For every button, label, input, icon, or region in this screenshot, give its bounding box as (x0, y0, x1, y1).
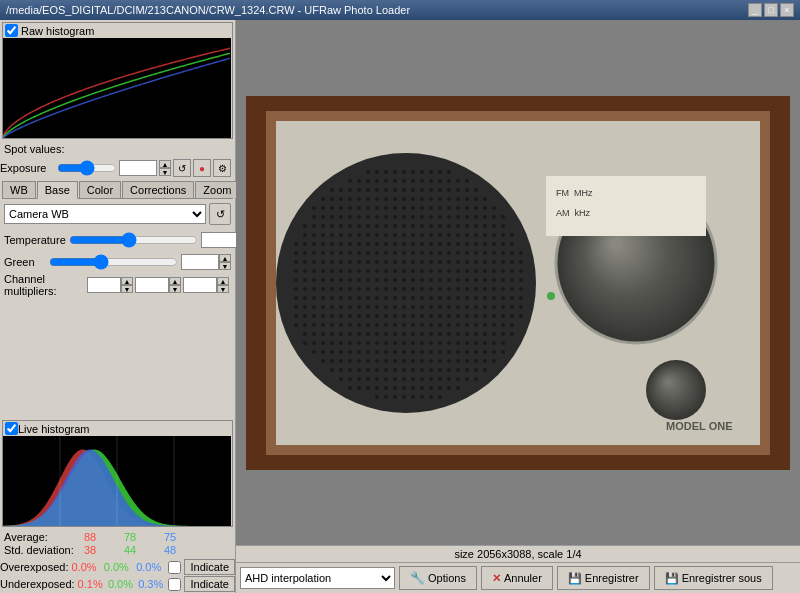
channel-g-up[interactable]: ▲ (169, 277, 181, 285)
cancel-label: Annuler (504, 572, 542, 584)
green-row: Green 1.08 ▲ ▼ (4, 254, 231, 270)
image-container[interactable] (236, 20, 800, 545)
underexposed-row: Underexposed: 0.1% 0.0% 0.3% Indicate (0, 576, 235, 592)
over-indicate-checkbox[interactable] (168, 561, 181, 574)
tab-base[interactable]: Base (37, 181, 78, 199)
channel-label: Channel multipliers: (4, 273, 87, 297)
under-b: 0.3% (138, 578, 165, 590)
channel-r-up[interactable]: ▲ (121, 277, 133, 285)
temperature-slider[interactable] (69, 232, 198, 248)
close-button[interactable]: × (780, 3, 794, 17)
wrench-icon: 🔧 (410, 571, 425, 585)
green-down[interactable]: ▼ (219, 262, 231, 270)
std-g: 44 (124, 544, 164, 556)
underexposed-label: Underexposed: (0, 578, 75, 590)
average-label: Average: (4, 531, 84, 543)
cancel-button[interactable]: ✕ Annuler (481, 566, 553, 590)
over-g: 0.0% (104, 561, 133, 573)
channel-b-up[interactable]: ▲ (217, 277, 229, 285)
under-indicate-checkbox[interactable] (168, 578, 181, 591)
minimize-button[interactable]: _ (748, 3, 762, 17)
cancel-icon: ✕ (492, 572, 501, 585)
overexposed-label: Overexposed: (0, 561, 68, 573)
options-label: Options (428, 572, 466, 584)
interpolation-select[interactable]: AHD interpolation VNG interpolation PPG … (240, 567, 395, 589)
tab-color[interactable]: Color (79, 181, 121, 198)
channel-g-spinners: ▲ ▼ (169, 277, 181, 293)
right-panel: size 2056x3088, scale 1/4 AHD interpolat… (236, 20, 800, 593)
save-button[interactable]: 💾 Enregistrer (557, 566, 650, 590)
live-histogram-toggle[interactable] (5, 422, 18, 435)
image-info-text: size 2056x3088, scale 1/4 (454, 548, 581, 560)
save-as-button[interactable]: 💾 Enregistrer sous (654, 566, 773, 590)
exposure-row: Exposure 0.00 ▲ ▼ ↺ ● ⚙ (0, 159, 235, 177)
main-layout: Raw histogram Spot values: Exposure 0.00… (0, 20, 800, 593)
raw-histogram-label: Raw histogram (21, 25, 94, 37)
image-info: size 2056x3088, scale 1/4 (236, 545, 800, 562)
channel-b-value[interactable]: 1.33 (183, 277, 217, 293)
raw-histogram-canvas (3, 38, 231, 138)
under-indicate-button[interactable]: Indicate (184, 576, 235, 592)
channel-g-down[interactable]: ▼ (169, 285, 181, 293)
maximize-button[interactable]: □ (764, 3, 778, 17)
over-r: 0.0% (71, 561, 100, 573)
titlebar-buttons: _ □ × (748, 3, 794, 17)
reset-button[interactable]: ↺ (173, 159, 191, 177)
left-panel: Raw histogram Spot values: Exposure 0.00… (0, 20, 236, 593)
tab-zoom[interactable]: Zoom (195, 181, 239, 198)
over-b: 0.0% (136, 561, 165, 573)
save-label: Enregistrer (585, 572, 639, 584)
bottom-toolbar: AHD interpolation VNG interpolation PPG … (236, 562, 800, 593)
spot-values: Spot values: (0, 141, 235, 157)
color-picker-button[interactable]: ● (193, 159, 211, 177)
exposure-spinners: ▲ ▼ (159, 160, 171, 176)
channel-b-down[interactable]: ▼ (217, 285, 229, 293)
wb-select[interactable]: Camera WB Auto WB Manual WB (4, 204, 206, 224)
options-button[interactable]: 🔧 Options (399, 566, 477, 590)
channel-r-spinners: ▲ ▼ (121, 277, 133, 293)
avg-r: 88 (84, 531, 124, 543)
exposure-up[interactable]: ▲ (159, 160, 171, 168)
std-r: 38 (84, 544, 124, 556)
temperature-label: Temperature (4, 234, 66, 246)
green-label: Green (4, 256, 46, 268)
floppy-icon: 💾 (568, 572, 582, 585)
channel-b-spinners: ▲ ▼ (217, 277, 229, 293)
green-up[interactable]: ▲ (219, 254, 231, 262)
temperature-row: Temperature 4778 ▲ ▼ ✏ (4, 229, 231, 251)
temperature-value[interactable]: 4778 (201, 232, 239, 248)
green-slider[interactable] (49, 254, 178, 270)
stddev-label: Std. deviation: (4, 544, 84, 556)
title-text: /media/EOS_DIGITAL/DCIM/213CANON/CRW_132… (6, 4, 410, 16)
green-value[interactable]: 1.08 (181, 254, 219, 270)
spacer (0, 313, 235, 419)
live-histogram-section: Live histogram (2, 420, 233, 527)
channel-r-value[interactable]: 1.87 (87, 277, 121, 293)
channel-row: Channel multipliers: 1.87 ▲ ▼ 1.00 ▲ ▼ 1… (4, 273, 231, 297)
live-histogram-header: Live histogram (3, 421, 232, 436)
titlebar: /media/EOS_DIGITAL/DCIM/213CANON/CRW_132… (0, 0, 800, 20)
exposure-value[interactable]: 0.00 (119, 160, 157, 176)
settings-button[interactable]: ⚙ (213, 159, 231, 177)
avg-b: 75 (164, 531, 204, 543)
tab-corrections[interactable]: Corrections (122, 181, 194, 198)
exposure-slider[interactable] (57, 160, 117, 176)
tab-wb[interactable]: WB (2, 181, 36, 198)
channel-r-down[interactable]: ▼ (121, 285, 133, 293)
under-r: 0.1% (78, 578, 105, 590)
channel-g-value[interactable]: 1.00 (135, 277, 169, 293)
photo-canvas (246, 96, 790, 470)
spot-values-label: Spot values: (4, 143, 65, 155)
tab-bar: WB Base Color Corrections Zoom EXIF (2, 181, 233, 199)
live-histogram-label: Live histogram (18, 423, 90, 435)
save-as-label: Enregistrer sous (682, 572, 762, 584)
over-indicate-button[interactable]: Indicate (184, 559, 235, 575)
exposure-down[interactable]: ▼ (159, 168, 171, 176)
exposure-label: Exposure (0, 162, 55, 174)
raw-histogram-section: Raw histogram (2, 22, 233, 139)
floppy-as-icon: 💾 (665, 572, 679, 585)
raw-histogram-toggle[interactable] (5, 24, 18, 37)
wb-reset-button[interactable]: ↺ (209, 203, 231, 225)
stats-section: Average: 88 78 75 Std. deviation: 38 44 … (0, 529, 235, 559)
tab-content: Camera WB Auto WB Manual WB ↺ Temperatur… (0, 199, 235, 313)
